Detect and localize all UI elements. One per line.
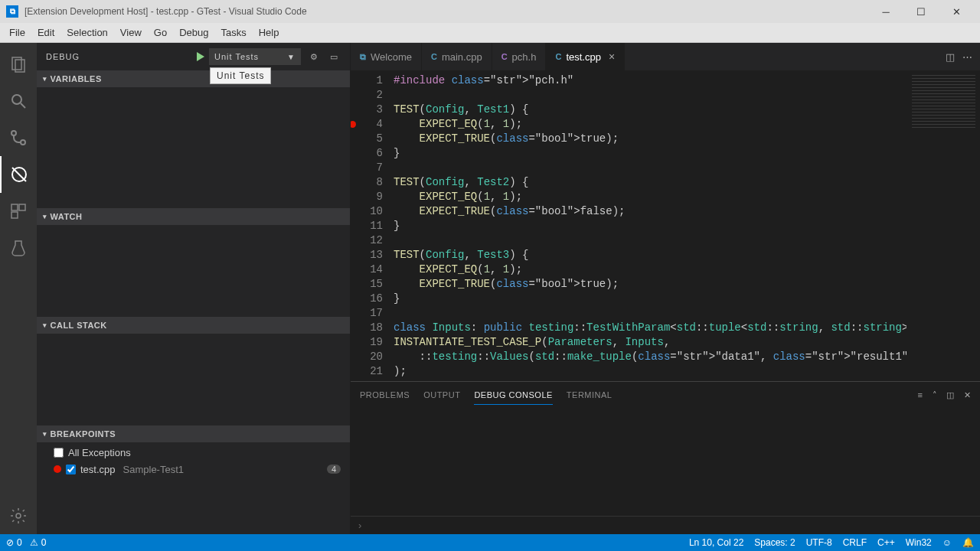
- tab-welcome[interactable]: ⧉ Welcome: [351, 43, 422, 70]
- breakpoint-item[interactable]: test.cpp Sample-Test1 4: [37, 461, 350, 478]
- status-warnings[interactable]: ⚠ 0: [30, 537, 47, 548]
- status-lang[interactable]: C++: [877, 537, 895, 548]
- breakpoint-file: test.cpp: [80, 464, 116, 475]
- tab-test-cpp[interactable]: C test.cpp ×: [546, 43, 625, 70]
- split-editor-icon[interactable]: ◫: [946, 51, 955, 63]
- panel-tab-terminal[interactable]: TERMINAL: [567, 386, 612, 404]
- panel-close-icon[interactable]: ✕: [964, 390, 972, 400]
- activity-scm[interactable]: [0, 119, 37, 156]
- svg-point-5: [21, 140, 25, 145]
- debug-header: DEBUG Unit Tests ▼ Unit Tests ⚙ ▭: [37, 43, 350, 70]
- panel-maximize-icon[interactable]: ◫: [946, 390, 955, 400]
- maximize-button[interactable]: ☐: [903, 0, 939, 23]
- activity-explorer[interactable]: [0, 46, 37, 83]
- watch-section: ▾WATCH: [37, 208, 350, 317]
- activity-bar: [0, 43, 37, 534]
- breakpoints-label: BREAKPOINTS: [51, 429, 116, 439]
- tab-label: pch.h: [512, 51, 537, 63]
- breakpoints-header[interactable]: ▾BREAKPOINTS: [37, 425, 350, 442]
- tab-pch-h[interactable]: C pch.h: [492, 43, 547, 70]
- window-controls: ─ ☐ ✕: [868, 0, 974, 23]
- debug-console-body[interactable]: [351, 408, 980, 516]
- callstack-header[interactable]: ▾CALL STACK: [37, 317, 350, 334]
- svg-point-2: [12, 95, 21, 104]
- panel-tabs: PROBLEMS OUTPUT DEBUG CONSOLE TERMINAL ≡…: [351, 382, 980, 408]
- editor-content[interactable]: #include class="str">"pch.h"TEST(Config,…: [394, 70, 906, 381]
- menu-edit[interactable]: Edit: [31, 24, 60, 41]
- editor-gutter: 123456789101112131415161718192021: [351, 70, 394, 381]
- variables-section: ▾VARIABLES: [37, 70, 350, 208]
- menu-view[interactable]: View: [114, 24, 148, 41]
- status-spaces[interactable]: Spaces: 2: [754, 537, 795, 548]
- tab-label: test.cpp: [566, 51, 601, 63]
- bottom-panel: PROBLEMS OUTPUT DEBUG CONSOLE TERMINAL ≡…: [351, 381, 980, 534]
- all-exceptions-label: All Exceptions: [68, 447, 131, 458]
- activity-extensions[interactable]: [0, 193, 37, 230]
- callstack-section: ▾CALL STACK: [37, 317, 350, 425]
- minimap[interactable]: [906, 70, 980, 381]
- welcome-icon: ⧉: [360, 52, 366, 62]
- cpp-icon: C: [555, 52, 561, 61]
- status-errors[interactable]: ⊘ 0: [6, 537, 22, 548]
- minimize-button[interactable]: ─: [868, 0, 903, 23]
- debug-console-icon[interactable]: ▭: [327, 52, 341, 62]
- watch-label: WATCH: [51, 212, 83, 221]
- debug-title: DEBUG: [46, 52, 80, 61]
- breakpoint-count: 4: [327, 465, 341, 474]
- h-icon: C: [501, 52, 508, 61]
- panel-clear-icon[interactable]: ≡: [918, 390, 923, 400]
- breakpoint-dot-icon: [54, 465, 61, 473]
- debug-settings-icon[interactable]: ⚙: [307, 52, 321, 62]
- chevron-down-icon: ▼: [287, 53, 296, 61]
- debug-config-select[interactable]: Unit Tests ▼ Unit Tests: [209, 48, 301, 65]
- panel-collapse-icon[interactable]: ˄: [933, 390, 938, 400]
- svg-point-4: [11, 131, 16, 135]
- tab-actions: ◫ ⋯: [938, 43, 980, 70]
- title-bar: ⧉ [Extension Development Host] - test.cp…: [0, 0, 980, 23]
- activity-testing[interactable]: [0, 230, 37, 266]
- status-cursor[interactable]: Ln 10, Col 22: [689, 537, 743, 548]
- menu-help[interactable]: Help: [253, 24, 286, 41]
- status-encoding[interactable]: UTF-8: [806, 537, 832, 548]
- menu-go[interactable]: Go: [148, 24, 173, 41]
- menu-file[interactable]: File: [3, 24, 31, 41]
- svg-rect-9: [19, 204, 25, 210]
- variables-header[interactable]: ▾VARIABLES: [37, 70, 350, 87]
- tab-main-cpp[interactable]: C main.cpp: [422, 43, 492, 70]
- status-eol[interactable]: CRLF: [843, 537, 867, 548]
- menu-bar: File Edit Selection View Go Debug Tasks …: [0, 23, 980, 43]
- watch-header[interactable]: ▾WATCH: [37, 208, 350, 225]
- debug-console-input[interactable]: ›: [351, 516, 980, 534]
- menu-selection[interactable]: Selection: [60, 24, 113, 41]
- breakpoints-section: ▾BREAKPOINTS All Exceptions test.cpp Sam…: [37, 425, 350, 534]
- close-icon[interactable]: ×: [609, 51, 615, 63]
- status-bell-icon[interactable]: 🔔: [962, 537, 974, 548]
- code-editor[interactable]: 123456789101112131415161718192021 #inclu…: [351, 70, 980, 381]
- menu-debug[interactable]: Debug: [173, 24, 214, 41]
- breakpoint-all-exceptions[interactable]: All Exceptions: [37, 444, 350, 461]
- status-feedback-icon[interactable]: ☺: [942, 537, 952, 548]
- tab-label: Welcome: [371, 51, 412, 63]
- breakpoint-checkbox[interactable]: [66, 465, 76, 474]
- activity-settings[interactable]: [0, 497, 37, 534]
- start-debug-icon[interactable]: [194, 51, 206, 63]
- status-bar: ⊘ 0 ⚠ 0 Ln 10, Col 22 Spaces: 2 UTF-8 CR…: [0, 534, 980, 551]
- editor-area: ⧉ Welcome C main.cpp C pch.h C test.cpp …: [351, 43, 980, 534]
- svg-rect-10: [11, 212, 18, 218]
- more-actions-icon[interactable]: ⋯: [962, 51, 972, 63]
- activity-debug[interactable]: [0, 156, 37, 193]
- activity-search[interactable]: [0, 83, 37, 119]
- callstack-label: CALL STACK: [51, 321, 107, 330]
- debug-config-label: Unit Tests: [214, 52, 259, 61]
- debug-config-tooltip: Unit Tests: [210, 67, 271, 84]
- status-platform[interactable]: Win32: [906, 537, 932, 548]
- panel-tab-problems[interactable]: PROBLEMS: [360, 386, 410, 404]
- close-button[interactable]: ✕: [939, 0, 974, 23]
- all-exceptions-checkbox[interactable]: [54, 448, 64, 458]
- panel-tab-debug-console[interactable]: DEBUG CONSOLE: [474, 386, 552, 405]
- cpp-icon: C: [431, 52, 437, 61]
- window-title: [Extension Development Host] - test.cpp …: [24, 6, 868, 17]
- variables-label: VARIABLES: [51, 74, 102, 83]
- menu-tasks[interactable]: Tasks: [214, 24, 252, 41]
- panel-tab-output[interactable]: OUTPUT: [423, 386, 460, 404]
